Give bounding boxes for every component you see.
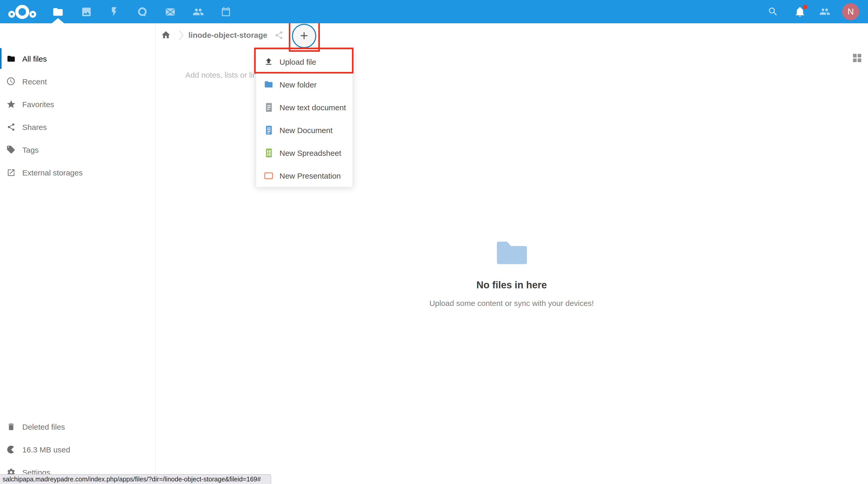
sidebar-item-external-storages[interactable]: External storages <box>0 161 155 184</box>
menu-item-new-folder[interactable]: New folder <box>256 73 352 96</box>
avatar-initial: N <box>847 6 854 17</box>
breadcrumb: linode-object-storage <box>155 23 296 47</box>
nextcloud-window: N All files Recent Favorites Share <box>0 0 868 484</box>
share-folder-button[interactable] <box>274 30 283 39</box>
app-mail-button[interactable] <box>158 0 182 23</box>
menu-item-new-presentation[interactable]: New Presentation <box>256 164 352 187</box>
text-document-icon <box>264 102 273 112</box>
grid-view-toggle[interactable] <box>853 54 861 62</box>
sidebar-item-favorites[interactable]: Favorites <box>0 93 155 115</box>
empty-folder-icon <box>497 241 527 265</box>
share-variant-icon <box>5 122 17 131</box>
star-icon <box>5 99 17 109</box>
sidebar-item-label: Favorites <box>22 100 54 109</box>
sidebar-item-quota[interactable]: 16.3 MB used <box>0 438 155 461</box>
new-file-button[interactable]: + <box>292 24 316 48</box>
workspace-notes-placeholder[interactable]: Add notes, lists or lin <box>185 70 257 79</box>
clock-icon <box>5 77 17 86</box>
menu-item-label: New Spreadsheet <box>279 148 341 157</box>
sidebar-item-label: External storages <box>22 168 83 177</box>
files-folder-icon <box>52 6 63 17</box>
upload-icon <box>264 57 273 66</box>
sidebar-item-label: All files <box>22 54 47 63</box>
empty-state-subtitle: Upload some content or sync with your de… <box>155 299 868 307</box>
mail-envelope-icon <box>164 6 176 17</box>
top-header-bar: N <box>0 0 868 23</box>
notifications-button[interactable] <box>788 0 812 23</box>
sidebar-item-all-files[interactable]: All files <box>0 47 155 70</box>
sidebar-item-label: Tags <box>22 145 38 154</box>
people-icon <box>192 6 204 17</box>
lightning-bolt-icon <box>109 6 120 17</box>
app-talk-button[interactable] <box>130 0 154 23</box>
sidebar-item-deleted-files[interactable]: Deleted files <box>0 415 155 438</box>
document-icon <box>264 125 273 135</box>
app-contacts-button[interactable] <box>186 0 210 23</box>
menu-item-new-document[interactable]: New Document <box>256 119 352 141</box>
chevron-right-icon <box>179 29 184 41</box>
menu-item-new-spreadsheet[interactable]: New Spreadsheet <box>256 141 352 164</box>
contacts-people-icon <box>819 6 830 17</box>
new-folder-icon <box>264 80 273 89</box>
grid-icon <box>853 54 861 62</box>
spreadsheet-icon <box>264 148 273 158</box>
sidebar-item-shares[interactable]: Shares <box>0 115 155 138</box>
quota-pie-icon <box>5 446 17 453</box>
menu-item-label: New text document <box>279 103 346 112</box>
calendar-icon <box>220 6 231 17</box>
sidebar-item-label: Shares <box>22 122 47 131</box>
search-icon <box>768 6 778 17</box>
empty-folder-state: No files in here Upload some content or … <box>155 241 868 307</box>
sidebar-item-label: Deleted files <box>22 422 65 431</box>
talk-bubble-icon <box>136 6 148 17</box>
external-storage-icon <box>5 168 17 177</box>
sidebar-item-label: 16.3 MB used <box>22 445 70 454</box>
active-app-indicator <box>52 18 64 23</box>
app-calendar-button[interactable] <box>214 0 238 23</box>
breadcrumb-current-folder[interactable]: linode-object-storage <box>188 31 267 39</box>
app-photos-button[interactable] <box>74 0 98 23</box>
sidebar-item-tags[interactable]: Tags <box>0 138 155 161</box>
menu-item-label: New folder <box>279 80 316 89</box>
plus-icon: + <box>300 29 308 43</box>
sidebar-item-recent[interactable]: Recent <box>0 70 155 93</box>
app-activity-button[interactable] <box>102 0 126 23</box>
files-sidebar: All files Recent Favorites Shares Tags <box>0 23 156 484</box>
user-avatar[interactable]: N <box>842 3 859 20</box>
presentation-icon <box>264 172 273 179</box>
contacts-menu-button[interactable] <box>813 0 836 23</box>
home-icon <box>161 30 171 40</box>
share-variant-icon <box>274 30 283 39</box>
sidebar-item-label: Recent <box>22 77 47 86</box>
app-files-button[interactable] <box>46 0 69 23</box>
notification-badge <box>803 5 807 9</box>
menu-item-label: Upload file <box>279 57 316 66</box>
menu-item-label: New Presentation <box>279 171 341 180</box>
status-bar: salchipapa.madreypadre.com/index.php/app… <box>0 474 271 484</box>
folder-icon <box>5 54 17 63</box>
menu-item-new-text-document[interactable]: New text document <box>256 96 352 119</box>
menu-item-upload-file[interactable]: Upload file <box>256 50 352 73</box>
menu-item-label: New Document <box>279 125 333 134</box>
photos-icon <box>81 6 92 17</box>
tag-icon <box>5 145 17 154</box>
trash-icon <box>5 422 17 431</box>
header-search-button[interactable] <box>762 0 785 23</box>
empty-state-title: No files in here <box>155 279 868 291</box>
status-bar-url: salchipapa.madreypadre.com/index.php/app… <box>3 476 261 483</box>
new-file-menu: Upload file New folder New text document… <box>256 50 353 187</box>
nextcloud-logo-icon[interactable] <box>7 2 37 22</box>
breadcrumb-home-button[interactable] <box>161 30 171 40</box>
files-content: linode-object-storage + Add notes, lists… <box>155 23 868 484</box>
